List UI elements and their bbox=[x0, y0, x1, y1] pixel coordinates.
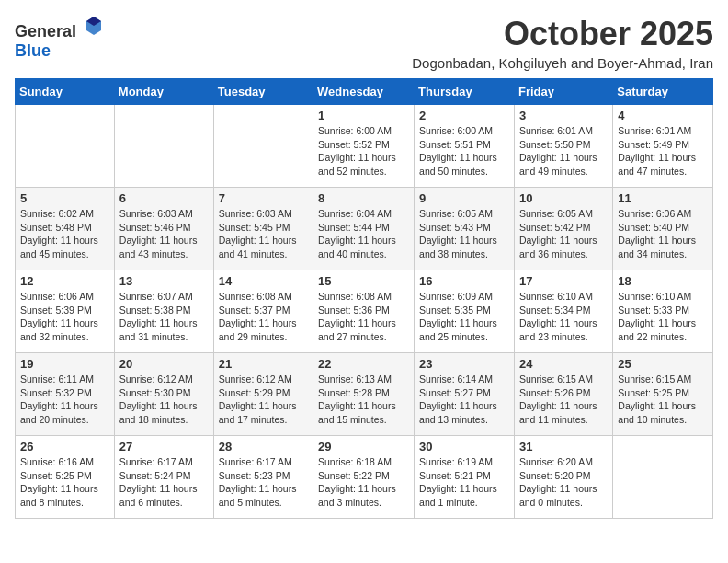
calendar-cell: 6Sunrise: 6:03 AM Sunset: 5:46 PM Daylig… bbox=[114, 188, 213, 270]
logo-icon bbox=[83, 15, 105, 37]
day-info: Sunrise: 6:01 AM Sunset: 5:50 PM Dayligh… bbox=[519, 124, 608, 178]
day-info: Sunrise: 6:15 AM Sunset: 5:26 PM Dayligh… bbox=[519, 373, 608, 427]
calendar-cell bbox=[213, 105, 313, 188]
calendar-cell bbox=[613, 436, 713, 519]
day-info: Sunrise: 6:08 AM Sunset: 5:36 PM Dayligh… bbox=[318, 290, 409, 344]
calendar-cell: 22Sunrise: 6:13 AM Sunset: 5:28 PM Dayli… bbox=[313, 353, 415, 436]
day-info: Sunrise: 6:19 AM Sunset: 5:21 PM Dayligh… bbox=[419, 455, 509, 510]
column-header-thursday: Thursday bbox=[415, 79, 515, 105]
day-number: 20 bbox=[119, 357, 209, 371]
calendar-week-row: 19Sunrise: 6:11 AM Sunset: 5:32 PM Dayli… bbox=[16, 353, 713, 436]
day-number: 1 bbox=[318, 109, 409, 122]
calendar-cell: 27Sunrise: 6:17 AM Sunset: 5:24 PM Dayli… bbox=[114, 436, 213, 519]
location-subtitle: Dogonbadan, Kohgiluyeh and Boyer-Ahmad, … bbox=[412, 55, 713, 71]
calendar-cell: 5Sunrise: 6:02 AM Sunset: 5:48 PM Daylig… bbox=[16, 188, 115, 270]
day-number: 23 bbox=[419, 357, 509, 371]
column-header-saturday: Saturday bbox=[613, 79, 713, 105]
day-number: 30 bbox=[419, 440, 509, 454]
day-info: Sunrise: 6:15 AM Sunset: 5:25 PM Dayligh… bbox=[618, 373, 708, 427]
day-info: Sunrise: 6:04 AM Sunset: 5:44 PM Dayligh… bbox=[318, 207, 409, 261]
day-number: 8 bbox=[318, 191, 409, 205]
calendar-week-row: 12Sunrise: 6:06 AM Sunset: 5:39 PM Dayli… bbox=[16, 270, 713, 353]
calendar-cell: 19Sunrise: 6:11 AM Sunset: 5:32 PM Dayli… bbox=[16, 353, 115, 436]
calendar-week-row: 26Sunrise: 6:16 AM Sunset: 5:25 PM Dayli… bbox=[16, 436, 713, 519]
day-info: Sunrise: 6:17 AM Sunset: 5:23 PM Dayligh… bbox=[219, 455, 308, 510]
calendar-cell: 4Sunrise: 6:01 AM Sunset: 5:49 PM Daylig… bbox=[613, 105, 713, 188]
day-number: 22 bbox=[318, 357, 409, 371]
calendar-cell: 13Sunrise: 6:07 AM Sunset: 5:38 PM Dayli… bbox=[114, 270, 213, 353]
day-info: Sunrise: 6:03 AM Sunset: 5:45 PM Dayligh… bbox=[219, 207, 308, 261]
day-info: Sunrise: 6:10 AM Sunset: 5:34 PM Dayligh… bbox=[519, 290, 608, 344]
day-number: 29 bbox=[318, 440, 409, 454]
calendar-cell: 25Sunrise: 6:15 AM Sunset: 5:25 PM Dayli… bbox=[613, 353, 713, 436]
calendar-cell: 10Sunrise: 6:05 AM Sunset: 5:42 PM Dayli… bbox=[514, 188, 612, 270]
calendar-cell: 23Sunrise: 6:14 AM Sunset: 5:27 PM Dayli… bbox=[415, 353, 515, 436]
column-header-friday: Friday bbox=[514, 79, 612, 105]
column-header-monday: Monday bbox=[114, 79, 213, 105]
day-number: 3 bbox=[519, 109, 608, 122]
calendar-cell: 9Sunrise: 6:05 AM Sunset: 5:43 PM Daylig… bbox=[415, 188, 515, 270]
day-info: Sunrise: 6:01 AM Sunset: 5:49 PM Dayligh… bbox=[618, 124, 708, 178]
calendar-cell: 3Sunrise: 6:01 AM Sunset: 5:50 PM Daylig… bbox=[514, 105, 612, 188]
day-number: 16 bbox=[419, 274, 509, 288]
page-header: General Blue October 2025 Dogonbadan, Ko… bbox=[15, 15, 713, 71]
day-number: 25 bbox=[618, 357, 708, 371]
calendar-cell: 16Sunrise: 6:09 AM Sunset: 5:35 PM Dayli… bbox=[415, 270, 515, 353]
day-info: Sunrise: 6:05 AM Sunset: 5:43 PM Dayligh… bbox=[419, 207, 509, 261]
day-info: Sunrise: 6:14 AM Sunset: 5:27 PM Dayligh… bbox=[419, 373, 509, 427]
day-info: Sunrise: 6:00 AM Sunset: 5:51 PM Dayligh… bbox=[419, 124, 509, 178]
day-info: Sunrise: 6:09 AM Sunset: 5:35 PM Dayligh… bbox=[419, 290, 509, 344]
day-number: 12 bbox=[20, 274, 109, 288]
column-header-wednesday: Wednesday bbox=[313, 79, 415, 105]
day-number: 2 bbox=[419, 109, 509, 122]
day-info: Sunrise: 6:20 AM Sunset: 5:20 PM Dayligh… bbox=[519, 455, 608, 510]
day-number: 21 bbox=[219, 357, 308, 371]
calendar-cell: 29Sunrise: 6:18 AM Sunset: 5:22 PM Dayli… bbox=[313, 436, 415, 519]
calendar-cell: 8Sunrise: 6:04 AM Sunset: 5:44 PM Daylig… bbox=[313, 188, 415, 270]
day-number: 31 bbox=[519, 440, 608, 454]
title-section: October 2025 Dogonbadan, Kohgiluyeh and … bbox=[412, 15, 713, 71]
calendar-cell: 12Sunrise: 6:06 AM Sunset: 5:39 PM Dayli… bbox=[16, 270, 115, 353]
day-number: 14 bbox=[219, 274, 308, 288]
calendar-cell: 11Sunrise: 6:06 AM Sunset: 5:40 PM Dayli… bbox=[613, 188, 713, 270]
calendar-cell: 14Sunrise: 6:08 AM Sunset: 5:37 PM Dayli… bbox=[213, 270, 313, 353]
calendar-cell bbox=[16, 105, 115, 188]
day-info: Sunrise: 6:16 AM Sunset: 5:25 PM Dayligh… bbox=[20, 455, 109, 510]
month-year-title: October 2025 bbox=[412, 15, 713, 53]
calendar-cell: 21Sunrise: 6:12 AM Sunset: 5:29 PM Dayli… bbox=[213, 353, 313, 436]
calendar-cell: 28Sunrise: 6:17 AM Sunset: 5:23 PM Dayli… bbox=[213, 436, 313, 519]
day-info: Sunrise: 6:02 AM Sunset: 5:48 PM Dayligh… bbox=[20, 207, 109, 261]
day-info: Sunrise: 6:17 AM Sunset: 5:24 PM Dayligh… bbox=[119, 455, 209, 510]
day-info: Sunrise: 6:00 AM Sunset: 5:52 PM Dayligh… bbox=[318, 124, 409, 178]
day-number: 13 bbox=[119, 274, 209, 288]
calendar-week-row: 5Sunrise: 6:02 AM Sunset: 5:48 PM Daylig… bbox=[16, 188, 713, 270]
day-info: Sunrise: 6:08 AM Sunset: 5:37 PM Dayligh… bbox=[219, 290, 308, 344]
day-info: Sunrise: 6:07 AM Sunset: 5:38 PM Dayligh… bbox=[119, 290, 209, 344]
day-number: 17 bbox=[519, 274, 608, 288]
day-number: 15 bbox=[318, 274, 409, 288]
logo: General Blue bbox=[15, 15, 105, 61]
calendar-cell: 30Sunrise: 6:19 AM Sunset: 5:21 PM Dayli… bbox=[415, 436, 515, 519]
logo-text: General Blue bbox=[15, 15, 105, 61]
day-number: 26 bbox=[20, 440, 109, 454]
day-info: Sunrise: 6:06 AM Sunset: 5:39 PM Dayligh… bbox=[20, 290, 109, 344]
day-number: 9 bbox=[419, 191, 509, 205]
day-number: 6 bbox=[119, 191, 209, 205]
day-number: 27 bbox=[119, 440, 209, 454]
day-info: Sunrise: 6:12 AM Sunset: 5:29 PM Dayligh… bbox=[219, 373, 308, 427]
column-header-tuesday: Tuesday bbox=[213, 79, 313, 105]
day-number: 24 bbox=[519, 357, 608, 371]
calendar-cell: 15Sunrise: 6:08 AM Sunset: 5:36 PM Dayli… bbox=[313, 270, 415, 353]
calendar-cell: 17Sunrise: 6:10 AM Sunset: 5:34 PM Dayli… bbox=[514, 270, 612, 353]
calendar-cell: 20Sunrise: 6:12 AM Sunset: 5:30 PM Dayli… bbox=[114, 353, 213, 436]
logo-blue: Blue bbox=[15, 41, 51, 60]
day-info: Sunrise: 6:18 AM Sunset: 5:22 PM Dayligh… bbox=[318, 455, 409, 510]
day-info: Sunrise: 6:03 AM Sunset: 5:46 PM Dayligh… bbox=[119, 207, 209, 261]
day-number: 19 bbox=[20, 357, 109, 371]
day-number: 4 bbox=[618, 109, 708, 122]
day-number: 10 bbox=[519, 191, 608, 205]
logo-general: General bbox=[15, 22, 76, 40]
calendar-cell: 1Sunrise: 6:00 AM Sunset: 5:52 PM Daylig… bbox=[313, 105, 415, 188]
day-info: Sunrise: 6:11 AM Sunset: 5:32 PM Dayligh… bbox=[20, 373, 109, 427]
calendar-table: SundayMondayTuesdayWednesdayThursdayFrid… bbox=[15, 78, 713, 519]
